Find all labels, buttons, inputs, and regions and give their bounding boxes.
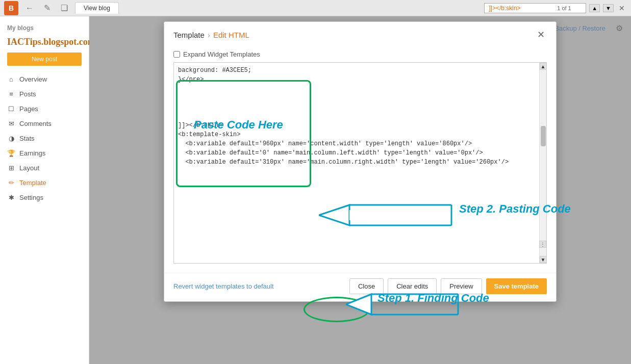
sidebar-item-earnings[interactable]: 🏆 Earnings bbox=[0, 146, 89, 161]
code-editor[interactable]: background: #A3CEE5; }</pre> ]]></b:skin… bbox=[174, 63, 546, 263]
modal-body: Expand Widget Templates background: #A3C… bbox=[164, 45, 556, 273]
new-post-button[interactable]: New post bbox=[7, 53, 82, 66]
favicon-icon: B bbox=[4, 1, 18, 15]
breadcrumb: Template › Edit HTML bbox=[173, 31, 249, 39]
edit-html-modal: Template › Edit HTML ✕ Expand Widget Tem… bbox=[164, 21, 557, 302]
code-editor-wrap: background: #A3CEE5; }</pre> ]]></b:skin… bbox=[173, 62, 547, 264]
find-close-button[interactable]: ✕ bbox=[617, 4, 627, 12]
sidebar-item-label: Earnings bbox=[19, 149, 45, 157]
sidebar-item-overview[interactable]: ⌂ Overview bbox=[0, 72, 89, 87]
editor-scrollbar[interactable]: ▲ ⋮ ▼ bbox=[539, 63, 546, 263]
scrollbar-track bbox=[540, 70, 546, 256]
pages-icon: ☐ bbox=[7, 105, 15, 113]
sidebar-item-pages[interactable]: ☐ Pages bbox=[0, 101, 89, 116]
breadcrumb-edit-html: Edit HTML bbox=[213, 31, 249, 39]
sidebar-item-label: Template bbox=[19, 179, 46, 187]
sidebar-item-label: Posts bbox=[19, 90, 36, 98]
code-editor-container: background: #A3CEE5; }</pre> ]]></b:skin… bbox=[173, 62, 547, 264]
home-icon: ⌂ bbox=[7, 75, 15, 83]
my-blogs-label: My blogs bbox=[0, 21, 89, 37]
expand-widget-label[interactable]: Expand Widget Templates bbox=[183, 50, 260, 58]
sidebar-item-layout[interactable]: ⊞ Layout bbox=[0, 161, 89, 175]
resize-handle[interactable]: ⋮ bbox=[539, 241, 546, 248]
view-blog-tab[interactable]: View blog bbox=[75, 2, 119, 14]
scroll-down-btn[interactable]: ▼ bbox=[540, 256, 547, 263]
copy-icon[interactable]: ❏ bbox=[58, 2, 71, 14]
find-bar: 1 of 1 bbox=[484, 3, 586, 13]
sidebar-item-template[interactable]: ✏ Template bbox=[0, 175, 89, 190]
find-next-button[interactable]: ▼ bbox=[603, 4, 614, 12]
back-icon[interactable]: ← bbox=[22, 2, 37, 14]
preview-button[interactable]: Preview bbox=[441, 278, 482, 294]
sidebar-item-label: Layout bbox=[19, 164, 39, 172]
stats-icon: ◑ bbox=[7, 135, 15, 142]
expand-widget-row: Expand Widget Templates bbox=[173, 50, 547, 58]
expand-widget-checkbox[interactable] bbox=[173, 51, 180, 58]
comments-icon: ✉ bbox=[7, 120, 15, 127]
sidebar-item-stats[interactable]: ◑ Stats bbox=[0, 131, 89, 146]
sidebar-item-comments[interactable]: ✉ Comments bbox=[0, 116, 89, 131]
modal-header: Template › Edit HTML ✕ bbox=[164, 22, 556, 45]
sidebar-item-label: Settings bbox=[19, 194, 43, 201]
settings-icon: ✱ bbox=[7, 194, 15, 201]
revert-link[interactable]: Revert widget templates to default bbox=[173, 282, 274, 290]
find-bar-area: 1 of 1 ▲ ▼ ✕ bbox=[123, 3, 627, 13]
pencil-icon[interactable]: ✎ bbox=[41, 2, 54, 14]
clear-edits-button[interactable]: Clear edits bbox=[388, 278, 437, 294]
sidebar-item-label: Pages bbox=[19, 105, 38, 113]
browser-bar: B ← ✎ ❏ View blog 1 of 1 ▲ ▼ ✕ bbox=[0, 0, 631, 16]
sidebar-item-label: Comments bbox=[19, 120, 52, 127]
find-count: 1 of 1 bbox=[557, 5, 571, 11]
content-area: Backup / Restore ⚙ Template › Edit HTML … bbox=[89, 16, 631, 364]
template-icon: ✏ bbox=[7, 179, 15, 187]
modal-close-button[interactable]: ✕ bbox=[535, 29, 547, 40]
blog-title: IACTips.blogspot.com bbox=[0, 37, 89, 53]
scroll-up-btn[interactable]: ▲ bbox=[540, 63, 547, 70]
breadcrumb-template: Template bbox=[173, 31, 205, 39]
footer-buttons: Close Clear edits Preview Save template bbox=[349, 278, 547, 294]
layout-icon: ⊞ bbox=[7, 164, 15, 172]
list-icon: ≡ bbox=[7, 90, 15, 98]
save-template-button[interactable]: Save template bbox=[486, 278, 547, 294]
main-layout: My blogs IACTips.blogspot.com New post ⌂… bbox=[0, 16, 631, 364]
sidebar-item-posts[interactable]: ≡ Posts bbox=[0, 87, 89, 101]
modal-footer: Revert widget templates to default Close… bbox=[164, 273, 556, 301]
close-button[interactable]: Close bbox=[349, 278, 384, 294]
sidebar-item-label: Stats bbox=[19, 135, 35, 142]
trophy-icon: 🏆 bbox=[7, 149, 15, 157]
scrollbar-thumb[interactable] bbox=[541, 126, 546, 146]
sidebar-item-settings[interactable]: ✱ Settings bbox=[0, 190, 89, 205]
find-prev-button[interactable]: ▲ bbox=[589, 4, 600, 12]
sidebar-item-label: Overview bbox=[19, 75, 47, 83]
breadcrumb-separator: › bbox=[208, 31, 210, 39]
modal-overlay: Template › Edit HTML ✕ Expand Widget Tem… bbox=[89, 16, 631, 364]
sidebar: My blogs IACTips.blogspot.com New post ⌂… bbox=[0, 16, 89, 364]
find-input[interactable] bbox=[489, 5, 555, 12]
